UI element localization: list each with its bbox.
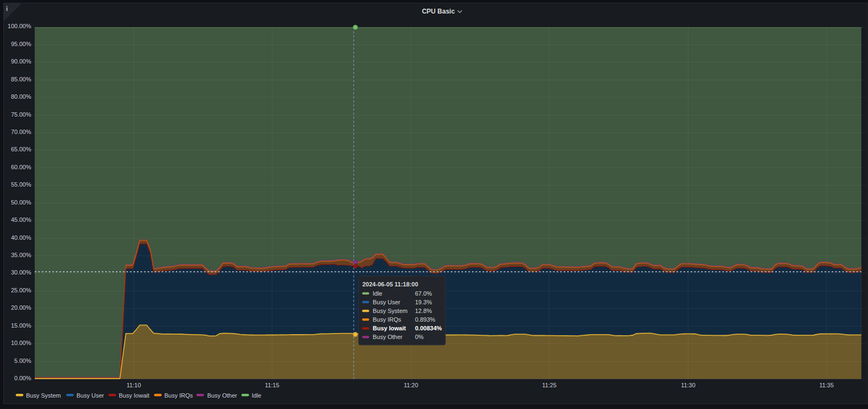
svg-text:Busy System: Busy System (373, 308, 407, 314)
svg-text:25.00%: 25.00% (11, 287, 31, 293)
svg-text:55.00%: 55.00% (11, 181, 31, 188)
svg-text:11:30: 11:30 (681, 382, 695, 388)
svg-text:95.00%: 95.00% (11, 41, 31, 47)
svg-text:11:35: 11:35 (819, 382, 834, 388)
svg-text:65.00%: 65.00% (11, 146, 31, 152)
svg-text:Idle: Idle (373, 290, 382, 297)
svg-text:75.00%: 75.00% (11, 111, 31, 118)
svg-text:40.00%: 40.00% (11, 234, 31, 241)
svg-text:15.00%: 15.00% (11, 322, 31, 329)
svg-text:11:20: 11:20 (404, 382, 418, 388)
svg-text:0.00834%: 0.00834% (415, 325, 442, 331)
svg-text:90.00%: 90.00% (11, 58, 31, 65)
svg-text:Busy Iowait: Busy Iowait (119, 392, 149, 399)
svg-text:Busy Other: Busy Other (373, 334, 403, 340)
svg-text:0%: 0% (415, 334, 424, 340)
svg-text:85.00%: 85.00% (11, 76, 31, 82)
svg-text:10.00%: 10.00% (11, 340, 31, 346)
svg-text:80.00%: 80.00% (11, 93, 31, 100)
svg-text:19.3%: 19.3% (415, 299, 432, 305)
svg-text:35.00%: 35.00% (11, 252, 31, 258)
svg-text:0.893%: 0.893% (415, 316, 436, 323)
svg-text:CPU Basic: CPU Basic (422, 8, 455, 15)
svg-text:Busy Iowait: Busy Iowait (373, 325, 406, 331)
svg-text:60.00%: 60.00% (11, 164, 31, 170)
svg-text:70.00%: 70.00% (11, 129, 31, 135)
svg-text:5.00%: 5.00% (14, 357, 31, 364)
svg-text:Busy System: Busy System (26, 392, 61, 399)
svg-text:11:10: 11:10 (126, 382, 141, 388)
svg-text:20.00%: 20.00% (11, 304, 31, 311)
svg-text:100.00%: 100.00% (8, 23, 31, 29)
svg-text:2024-06-05 11:18:00: 2024-06-05 11:18:00 (362, 281, 418, 287)
svg-text:Busy Other: Busy Other (207, 392, 237, 399)
svg-text:Busy IRQs: Busy IRQs (164, 392, 193, 399)
svg-text:Busy IRQs: Busy IRQs (373, 316, 401, 323)
svg-text:50.00%: 50.00% (11, 199, 31, 206)
svg-text:Idle: Idle (252, 392, 261, 399)
svg-text:11:15: 11:15 (265, 382, 279, 388)
svg-text:Busy User: Busy User (373, 299, 400, 305)
svg-text:45.00%: 45.00% (11, 216, 31, 223)
svg-text:0.00%: 0.00% (14, 375, 31, 381)
svg-text:11:25: 11:25 (542, 382, 557, 388)
svg-text:Busy User: Busy User (76, 392, 104, 399)
svg-text:67.0%: 67.0% (415, 290, 432, 297)
svg-text:30.00%: 30.00% (11, 269, 31, 276)
svg-text:12.8%: 12.8% (415, 308, 432, 314)
